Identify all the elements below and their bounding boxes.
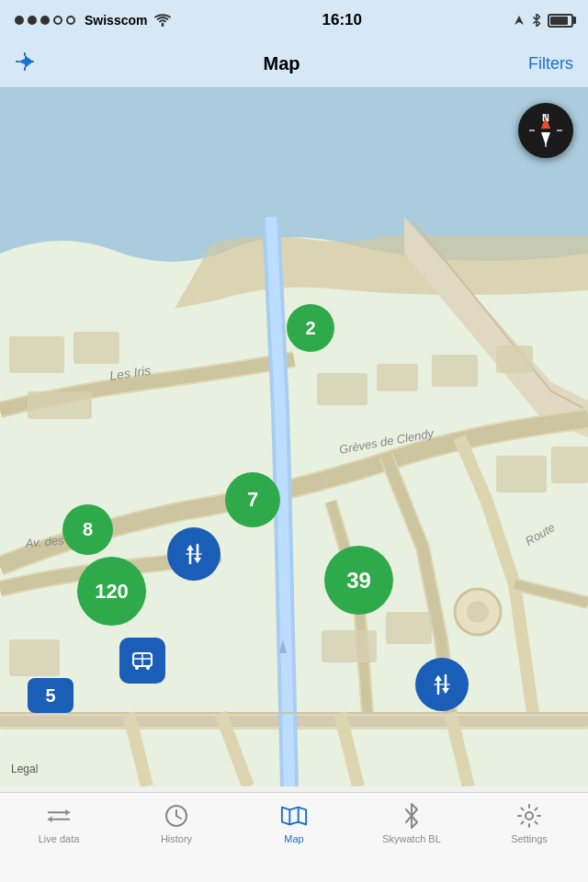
svg-rect-10 [377,364,418,391]
bluetooth-status-icon [531,14,542,27]
svg-rect-13 [496,456,547,492]
status-left: Swisscom [15,13,171,28]
status-right [513,14,573,28]
route-sign-5[interactable]: 5 [28,678,74,713]
tab-bar: Live data History Map S [0,792,588,882]
page-title: Map [264,53,300,74]
map-container[interactable]: Les Iris Grèves de Clendy Av. des Sports… [0,88,588,786]
legal-text[interactable]: Legal [11,763,38,775]
compass: N [518,103,573,158]
svg-point-37 [135,666,139,670]
status-bar: Swisscom 16:10 [0,0,588,40]
tab-live-data-label: Live data [39,833,80,844]
tab-history-label: History [161,833,192,844]
battery-icon [548,14,573,28]
svg-rect-12 [496,345,533,373]
svg-rect-16 [322,630,377,662]
signal-dot-4 [53,16,62,25]
svg-rect-7 [74,332,119,364]
gear-icon [515,802,543,830]
svg-point-38 [146,666,150,670]
svg-rect-8 [28,391,92,419]
svg-rect-11 [432,355,478,387]
svg-rect-6 [9,336,64,373]
tab-live-data[interactable]: Live data [0,802,118,844]
signal-dot-1 [15,16,24,25]
traffic-marker-left[interactable] [167,527,220,581]
location-button[interactable] [15,51,35,77]
tab-skywatch-label: Skywatch BL [382,833,441,844]
status-time: 16:10 [322,11,362,29]
svg-marker-30 [435,675,442,681]
svg-marker-25 [187,545,194,550]
svg-marker-32 [442,688,449,694]
svg-line-45 [176,816,181,819]
svg-marker-42 [49,816,52,823]
location-status-icon [513,14,526,27]
arrows-icon [45,802,73,830]
cluster-marker-120[interactable]: 120 [77,557,146,626]
cluster-marker-2[interactable]: 2 [287,304,334,352]
tab-map-label: Map [284,833,303,844]
cluster-marker-39[interactable]: 39 [324,546,393,615]
svg-rect-15 [9,639,60,676]
svg-marker-40 [66,809,70,817]
tab-settings[interactable]: Settings [470,802,588,844]
svg-point-49 [526,812,533,820]
signal-dot-3 [40,16,50,25]
map-background: Les Iris Grèves de Clendy Av. des Sports… [0,88,588,786]
svg-marker-0 [514,16,524,25]
svg-rect-17 [386,612,432,644]
tab-history[interactable]: History [118,802,235,844]
transport-stop-marker[interactable] [119,638,165,684]
traffic-arrows-icon-2 [429,672,455,697]
signal-dot-5 [66,16,75,25]
svg-marker-46 [282,808,306,825]
transport-icon [130,648,155,673]
cluster-marker-7[interactable]: 7 [225,472,280,527]
traffic-arrows-icon [181,541,207,567]
signal-dot-2 [28,16,37,25]
clock-icon [163,802,190,830]
svg-marker-27 [194,558,201,563]
map-icon [280,802,308,830]
svg-rect-14 [551,447,588,483]
compass-n-label: N [542,112,549,123]
wifi-icon [154,14,171,27]
svg-marker-1 [18,55,33,68]
tab-map[interactable]: Map [235,802,353,844]
nav-bar: Map Filters [0,40,588,88]
cluster-marker-8[interactable]: 8 [62,504,113,555]
carrier-label: Swisscom [85,13,147,28]
tab-skywatch[interactable]: Skywatch BL [353,802,470,844]
svg-rect-9 [317,373,368,405]
filters-button[interactable]: Filters [528,54,573,74]
svg-point-19 [467,601,489,623]
tab-settings-label: Settings [511,833,548,844]
bluetooth-icon [398,802,425,830]
traffic-marker-right[interactable] [415,658,469,711]
